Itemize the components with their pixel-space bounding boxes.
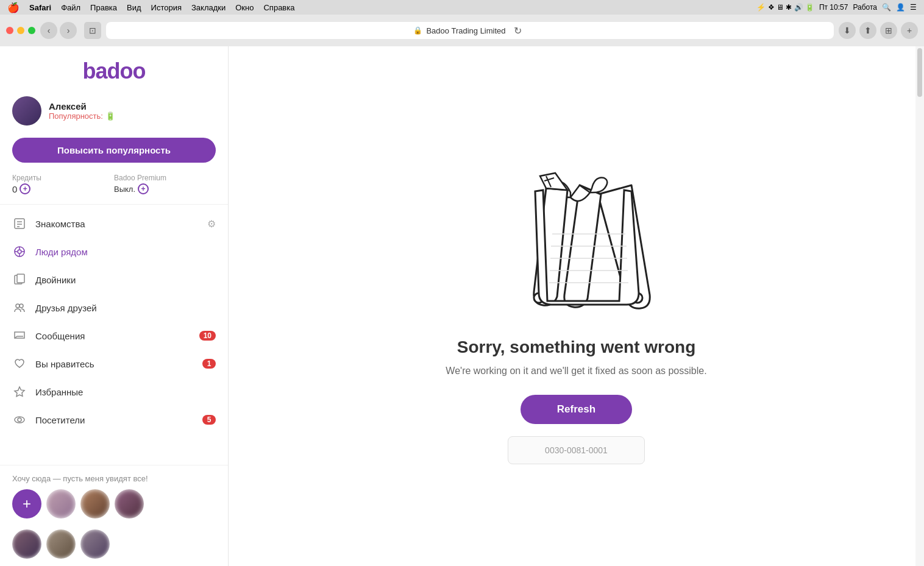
user-popularity: Популярность: 🔋 bbox=[49, 111, 115, 121]
svg-rect-11 bbox=[17, 274, 24, 283]
want-avatar-1 bbox=[46, 489, 76, 518]
menubar-icons: ⚡ ❖ 🖥 ✱ 🔊 🔋 bbox=[756, 3, 814, 12]
minimize-button[interactable] bbox=[17, 27, 24, 34]
bottom-avatars bbox=[0, 525, 228, 566]
bookmarks-menu[interactable]: Закладки bbox=[191, 3, 226, 12]
window-menu[interactable]: Окно bbox=[235, 3, 254, 12]
tab-bar bbox=[6, 41, 918, 46]
dating-icon bbox=[12, 216, 27, 231]
avatar-image bbox=[12, 96, 41, 126]
user-name: Алексей bbox=[49, 101, 115, 111]
boost-popularity-button[interactable]: Повысить популярность bbox=[12, 138, 216, 163]
visitors-label: Посетители bbox=[35, 415, 85, 425]
forward-button[interactable]: › bbox=[60, 22, 77, 39]
sidebar-item-visitors[interactable]: Посетители 5 bbox=[0, 406, 228, 434]
back-button[interactable]: ‹ bbox=[40, 22, 57, 39]
sidebar-item-dating[interactable]: Знакомства ⚙ bbox=[0, 210, 228, 238]
add-to-want-button[interactable]: + bbox=[12, 489, 41, 518]
messages-badge: 10 bbox=[199, 331, 216, 341]
user-section: Алексей Популярность: 🔋 bbox=[0, 90, 228, 132]
search-icon[interactable]: 🔍 bbox=[882, 3, 891, 12]
messages-label: Сообщения bbox=[35, 331, 85, 341]
add-credits-button[interactable]: + bbox=[20, 183, 30, 194]
sidebar-item-messages[interactable]: Сообщения 10 bbox=[0, 322, 228, 350]
want-avatars: + bbox=[12, 489, 216, 518]
new-tab-button[interactable]: ⊞ bbox=[880, 22, 897, 39]
svg-point-13 bbox=[20, 304, 23, 308]
list-icon[interactable]: ☰ bbox=[910, 3, 917, 12]
error-illustration bbox=[485, 149, 668, 319]
favorites-icon bbox=[12, 384, 27, 399]
avatar[interactable] bbox=[12, 96, 41, 126]
battery-icon: 🔋 bbox=[105, 111, 115, 121]
want-avatar-2 bbox=[80, 489, 110, 518]
svg-point-5 bbox=[18, 250, 21, 253]
safari-menu[interactable]: Safari bbox=[29, 3, 51, 12]
close-button[interactable] bbox=[6, 27, 13, 34]
browser-toolbar: ‹ › ⊡ 🔒 Badoo Trading Limited ↻ ⬇ ⬆ ⊞ + bbox=[6, 19, 918, 41]
sidebar-item-likes[interactable]: Вы нравитесь 1 bbox=[0, 350, 228, 378]
credits-value: 0 + bbox=[12, 183, 114, 194]
download-button[interactable]: ⬇ bbox=[839, 22, 856, 39]
add-tab-button[interactable]: + bbox=[901, 22, 918, 39]
want-section: Хочу сюда — пусть меня увидят все! + bbox=[0, 465, 228, 525]
mac-menubar: 🍎 Safari Файл Правка Вид История Закладк… bbox=[0, 0, 924, 15]
view-menu[interactable]: Вид bbox=[127, 3, 141, 12]
main-content: Sorry, something went wrong We're workin… bbox=[229, 46, 924, 566]
visitors-icon bbox=[12, 412, 27, 427]
credits-label: Кредиты bbox=[12, 174, 114, 182]
sidebar-item-friends[interactable]: Друзья друзей bbox=[0, 294, 228, 322]
address-bar[interactable]: 🔒 Badoo Trading Limited ↻ bbox=[106, 22, 834, 39]
scrollbar[interactable] bbox=[915, 46, 924, 566]
want-avatar-3 bbox=[115, 489, 144, 518]
maximize-button[interactable] bbox=[28, 27, 35, 34]
friends-icon bbox=[12, 300, 27, 315]
bottom-avatar-3 bbox=[80, 529, 110, 559]
nearby-icon bbox=[12, 244, 27, 259]
logo-container: badoo bbox=[0, 46, 228, 90]
nearby-label: Люди рядом bbox=[35, 247, 88, 257]
sidebar-toggle-button[interactable]: ⊡ bbox=[84, 22, 101, 39]
doubles-label: Двойники bbox=[35, 275, 76, 285]
history-menu[interactable]: История bbox=[151, 3, 182, 12]
sidebar-item-nearby[interactable]: Люди рядом bbox=[0, 238, 228, 266]
filter-icon[interactable]: ⚙ bbox=[207, 218, 216, 230]
toolbar-right: ⬇ ⬆ ⊞ + bbox=[839, 22, 918, 39]
error-code: 0030-0081-0001 bbox=[508, 436, 645, 464]
want-label: Хочу сюда — пусть меня увидят все! bbox=[12, 474, 216, 483]
ssl-lock-icon: 🔒 bbox=[413, 26, 422, 35]
premium-item: Badoo Premium Выкл. + bbox=[114, 174, 216, 194]
apple-menu[interactable]: 🍎 bbox=[7, 2, 20, 13]
user-icon[interactable]: 👤 bbox=[896, 3, 905, 12]
sidebar-item-favorites[interactable]: Избранные bbox=[0, 378, 228, 406]
file-menu[interactable]: Файл bbox=[61, 3, 80, 12]
menubar-time: Пт 10:57 bbox=[819, 3, 848, 12]
error-subtitle: We're working on it and we'll get it fix… bbox=[446, 366, 706, 377]
svg-point-14 bbox=[18, 418, 21, 422]
doubles-icon bbox=[12, 272, 27, 287]
bottom-avatar-1 bbox=[12, 529, 41, 559]
favorites-label: Избранные bbox=[35, 387, 83, 397]
svg-point-12 bbox=[16, 304, 20, 308]
credits-item: Кредиты 0 + bbox=[12, 174, 114, 194]
menubar-right: ⚡ ❖ 🖥 ✱ 🔊 🔋 Пт 10:57 Работа 🔍 👤 ☰ bbox=[756, 3, 917, 12]
add-premium-button[interactable]: + bbox=[138, 183, 149, 194]
friends-label: Друзья друзей bbox=[35, 303, 97, 313]
visitors-badge: 5 bbox=[202, 415, 216, 425]
help-menu[interactable]: Справка bbox=[263, 3, 294, 12]
edit-menu[interactable]: Правка bbox=[90, 3, 117, 12]
premium-label: Badoo Premium bbox=[114, 174, 216, 182]
premium-value: Выкл. + bbox=[114, 183, 216, 194]
browser-content: badoo Алексей Популярность: 🔋 Повысить п… bbox=[0, 46, 924, 566]
share-button[interactable]: ⬆ bbox=[859, 22, 876, 39]
error-title: Sorry, something went wrong bbox=[457, 338, 696, 357]
likes-icon bbox=[12, 356, 27, 371]
sidebar-item-doubles[interactable]: Двойники bbox=[0, 266, 228, 294]
badoo-logo: badoo bbox=[83, 58, 146, 84]
likes-label: Вы нравитесь bbox=[35, 359, 94, 369]
reload-button[interactable]: ↻ bbox=[510, 22, 527, 39]
scrollbar-thumb[interactable] bbox=[917, 48, 922, 97]
refresh-button[interactable]: Refresh bbox=[521, 395, 632, 424]
credits-section: Кредиты 0 + Badoo Premium Выкл. + bbox=[0, 169, 228, 205]
traffic-lights bbox=[6, 27, 35, 34]
